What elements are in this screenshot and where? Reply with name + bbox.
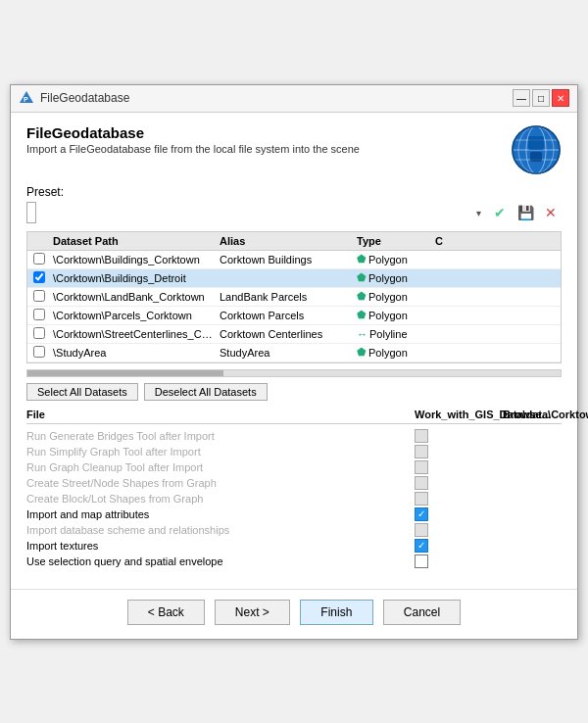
row-checkbox-cell <box>31 346 51 360</box>
option-check-cell <box>415 429 503 443</box>
options-file-header: File <box>26 409 415 420</box>
option-check-cell <box>415 554 503 568</box>
row-checkbox-cell <box>31 290 51 304</box>
option-check-cell: ✓ <box>415 507 503 521</box>
option-check-cell <box>415 476 503 490</box>
table-row[interactable]: \Corktown\LandBank_Corktown LandBank Par… <box>27 288 561 307</box>
preset-select-wrapper <box>26 202 485 223</box>
row-type: ⬟ Polygon <box>355 271 433 284</box>
option-check-cell: ✓ <box>415 539 503 553</box>
next-button[interactable]: Next > <box>215 600 290 625</box>
svg-rect-10 <box>530 152 542 162</box>
option-checkbox-blue[interactable]: ✓ <box>415 507 428 521</box>
option-row: Use selection query and spatial envelope <box>26 554 562 569</box>
options-section: File Work_with_GIS_Data\data\Corktow Bro… <box>26 409 562 569</box>
type-icon: ⬟ Polygon <box>357 271 408 284</box>
row-checkbox[interactable] <box>33 346 45 358</box>
option-checkbox-empty[interactable] <box>415 554 428 568</box>
options-header: File Work_with_GIS_Data\data\Corktow Bro… <box>26 409 562 424</box>
option-check-cell <box>415 523 503 537</box>
back-button[interactable]: < Back <box>127 600 205 625</box>
table-row[interactable]: \Corktown\Buildings_Corktown Corktown Bu… <box>27 251 561 269</box>
row-path: \StudyArea <box>51 347 218 359</box>
option-row: Run Graph Cleanup Tool after Import <box>26 459 562 475</box>
title-bar-controls: — □ ✕ <box>513 89 569 107</box>
table-row[interactable]: \Corktown\Buildings_Detroit ⬟ Polygon <box>27 269 561 288</box>
row-checkbox[interactable] <box>33 271 45 283</box>
header-path: Dataset Path <box>51 235 218 247</box>
main-window: P FileGeodatabase — □ ✕ FileGeodatabase … <box>10 84 578 640</box>
cancel-button[interactable]: Cancel <box>383 600 461 625</box>
title-bar-left: P FileGeodatabase <box>19 90 129 106</box>
option-row: Run Generate Bridges Tool after Import <box>26 428 562 444</box>
dialog-title: FileGeodatabase <box>26 124 360 141</box>
app-icon: P <box>19 90 34 106</box>
scrollbar-thumb <box>27 370 223 376</box>
window-body: FileGeodatabase Import a FileGeodatabase… <box>11 113 577 581</box>
svg-text:P: P <box>24 96 28 103</box>
minimize-button[interactable]: — <box>513 89 530 107</box>
deselect-all-button[interactable]: Deselect All Datasets <box>144 383 268 401</box>
select-all-button[interactable]: Select All Datasets <box>26 383 138 401</box>
maximize-button[interactable]: □ <box>532 89 550 107</box>
row-checkbox[interactable] <box>33 290 45 302</box>
dataset-action-buttons: Select All Datasets Deselect All Dataset… <box>26 383 562 401</box>
option-check-cell <box>415 492 503 506</box>
options-browse-label: Browse... <box>503 409 562 420</box>
option-checkbox-gray <box>415 429 428 443</box>
preset-dropdown[interactable] <box>26 202 36 223</box>
row-alias: StudyArea <box>218 347 355 359</box>
option-row: Create Block/Lot Shapes from Graph <box>26 491 562 506</box>
table-row[interactable]: \StudyArea StudyArea ⬟ Polygon <box>27 344 561 362</box>
option-row: Import and map attributes ✓ <box>26 506 562 522</box>
dataset-table: Dataset Path Alias Type C \Corktown\Buil… <box>26 231 562 363</box>
polygon-icon: ⬟ <box>357 309 367 321</box>
row-checkbox-cell <box>31 271 51 285</box>
close-button[interactable]: ✕ <box>552 89 569 107</box>
preset-section: Preset: ✔ 💾 ✕ <box>26 185 562 223</box>
option-label: Use selection query and spatial envelope <box>26 555 415 567</box>
type-icon: ⬟ Polygon <box>357 346 408 359</box>
option-rows: Run Generate Bridges Tool after Import R… <box>26 428 562 569</box>
polygon-icon: ⬟ <box>357 253 367 265</box>
finish-button[interactable]: Finish <box>300 600 373 625</box>
table-row[interactable]: \Corktown\Parcels_Corktown Corktown Parc… <box>27 307 561 325</box>
preset-save-button[interactable]: 💾 <box>514 202 536 223</box>
row-path: \Corktown\LandBank_Corktown <box>51 291 218 303</box>
header-section: FileGeodatabase Import a FileGeodatabase… <box>26 124 562 175</box>
row-checkbox[interactable] <box>33 309 45 320</box>
row-path: \Corktown\Buildings_Corktown <box>51 254 218 265</box>
options-file-value: Work_with_GIS_Data\data\Corktow <box>415 409 503 420</box>
row-alias: LandBank Parcels <box>218 291 355 303</box>
row-type: ⬟ Polygon <box>355 253 433 265</box>
row-path: \Corktown\Buildings_Detroit <box>51 272 218 284</box>
option-check-cell <box>415 445 503 458</box>
dialog-subtitle: Import a FileGeodatabase file from the l… <box>26 143 360 155</box>
option-checkbox-blue[interactable]: ✓ <box>415 539 428 553</box>
header-c: C <box>433 235 453 247</box>
preset-delete-button[interactable]: ✕ <box>540 202 562 223</box>
type-icon: ⬟ Polygon <box>357 309 408 321</box>
row-alias: Corktown Centerlines <box>218 328 355 340</box>
table-scrollbar[interactable] <box>26 369 562 377</box>
table-row[interactable]: \Corktown\StreetCenterlines_Corkto Corkt… <box>27 325 561 344</box>
row-checkbox[interactable] <box>33 327 45 339</box>
row-alias: Corktown Parcels <box>218 310 355 321</box>
option-label: Run Simplify Graph Tool after Import <box>26 446 415 458</box>
preset-label: Preset: <box>26 185 562 199</box>
option-checkbox-gray <box>415 476 428 490</box>
polygon-icon: ↔ <box>357 328 368 340</box>
title-bar-text: FileGeodatabase <box>40 91 129 105</box>
row-checkbox[interactable] <box>33 253 45 265</box>
row-path: \Corktown\Parcels_Corktown <box>51 310 218 321</box>
header-check <box>31 235 51 247</box>
preset-confirm-button[interactable]: ✔ <box>489 202 511 223</box>
row-checkbox-cell <box>31 253 51 266</box>
row-checkbox-cell <box>31 309 51 322</box>
option-label: Create Street/Node Shapes from Graph <box>26 477 415 489</box>
option-checkbox-gray <box>415 523 428 537</box>
option-label: Import textures <box>26 540 415 552</box>
svg-rect-9 <box>528 136 544 150</box>
option-label: Import database scheme and relationships <box>26 524 415 536</box>
row-type: ⬟ Polygon <box>355 346 433 359</box>
